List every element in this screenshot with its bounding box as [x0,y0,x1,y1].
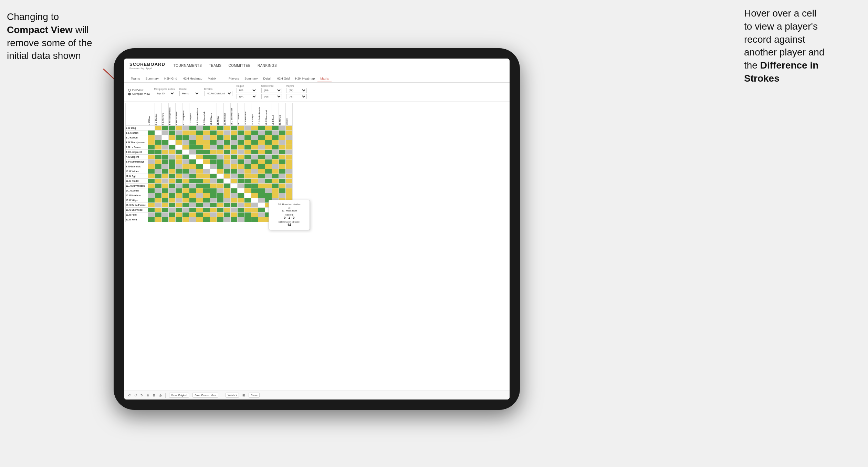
matrix-cell-9-6[interactable] [189,169,196,174]
matrix-cell-16-4[interactable] [176,203,182,208]
matrix-cell-9-9[interactable] [210,169,217,174]
matrix-cell-6-14[interactable] [244,155,251,159]
matrix-cell-10-7[interactable] [196,174,203,179]
matrix-cell-16-8[interactable] [203,203,210,208]
matrix-cell-18-0[interactable] [148,212,155,217]
matrix-cell-10-18[interactable] [272,174,279,179]
matrix-cell-2-1[interactable] [155,135,162,140]
matrix-cell-1-12[interactable] [231,131,238,135]
matrix-cell-3-13[interactable] [238,140,244,145]
matrix-cell-14-19[interactable] [279,193,286,198]
matrix-cell-12-8[interactable] [203,184,210,188]
tab-h2h-heatmap-2[interactable]: H2H Heatmap [292,75,317,82]
matrix-cell-16-15[interactable] [251,203,258,208]
matrix-cell-8-19[interactable] [279,164,286,169]
matrix-cell-10-15[interactable] [251,174,258,179]
matrix-cell-18-8[interactable] [203,212,210,217]
matrix-cell-4-1[interactable] [155,145,162,150]
matrix-cell-18-10[interactable] [217,212,224,217]
matrix-cell-7-14[interactable] [244,159,251,164]
matrix-cell-4-7[interactable] [196,145,203,150]
matrix-cell-5-15[interactable] [251,150,258,155]
matrix-cell-15-4[interactable] [176,198,182,203]
matrix-cell-11-3[interactable] [169,179,176,184]
matrix-cell-6-7[interactable] [196,155,203,159]
matrix-cell-7-2[interactable] [162,159,169,164]
matrix-cell-13-13[interactable] [238,188,244,193]
matrix-cell-14-7[interactable] [196,193,203,198]
matrix-cell-2-7[interactable] [196,135,203,140]
matrix-cell-12-12[interactable] [231,184,238,188]
matrix-cell-0-14[interactable] [244,126,251,131]
matrix-cell-12-17[interactable] [265,184,272,188]
matrix-cell-1-19[interactable] [279,131,286,135]
matrix-cell-1-16[interactable] [258,131,265,135]
matrix-cell-15-14[interactable] [244,198,251,203]
matrix-cell-18-9[interactable] [210,212,217,217]
matrix-cell-0-2[interactable] [162,126,169,131]
matrix-cell-7-13[interactable] [238,159,244,164]
matrix-cell-19-15[interactable] [251,217,258,222]
matrix-cell-2-5[interactable] [182,135,189,140]
matrix-cell-12-11[interactable] [224,184,231,188]
matrix-cell-19-16[interactable] [258,217,265,222]
matrix-cell-9-11[interactable] [224,169,231,174]
matrix-cell-2-10[interactable] [217,135,224,140]
share-icon[interactable]: ⊞ [242,394,245,397]
matrix-cell-16-13[interactable] [238,203,244,208]
matrix-cell-6-3[interactable] [169,155,176,159]
matrix-cell-8-1[interactable] [155,164,162,169]
matrix-cell-13-7[interactable] [196,188,203,193]
tab-matrix-1[interactable]: Matrix [205,75,219,82]
matrix-cell-11-14[interactable] [244,179,251,184]
matrix-cell-2-2[interactable] [162,135,169,140]
full-view-option[interactable]: Full View [128,89,150,92]
matrix-cell-14-11[interactable] [224,193,231,198]
matrix-cell-6-17[interactable] [265,155,272,159]
matrix-cell-15-16[interactable] [258,198,265,203]
matrix-cell-5-0[interactable] [148,150,155,155]
matrix-cell-17-5[interactable] [182,208,189,212]
redo-icon[interactable]: ↻ [140,394,143,397]
matrix-cell-12-19[interactable] [279,184,286,188]
matrix-cell-16-9[interactable] [210,203,217,208]
matrix-cell-3-17[interactable] [265,140,272,145]
matrix-cell-14-4[interactable] [176,193,182,198]
matrix-cell-14-15[interactable] [251,193,258,198]
matrix-cell-2-17[interactable] [265,135,272,140]
matrix-cell-1-15[interactable] [251,131,258,135]
matrix-cell-12-7[interactable] [196,184,203,188]
matrix-cell-4-0[interactable] [148,145,155,150]
matrix-cell-0-4[interactable] [176,126,182,131]
conference-select-2[interactable]: (All) [261,94,282,99]
matrix-cell-2-19[interactable] [279,135,286,140]
matrix-cell-12-15[interactable] [251,184,258,188]
undo-icon[interactable]: ↺ [128,394,131,397]
matrix-cell-7-7[interactable] [196,159,203,164]
matrix-cell-5-8[interactable] [203,150,210,155]
matrix-cell-3-4[interactable] [176,140,182,145]
matrix-cell-2-15[interactable] [251,135,258,140]
matrix-cell-7-1[interactable] [155,159,162,164]
matrix-cell-15-1[interactable] [155,198,162,203]
matrix-cell-2-0[interactable] [148,135,155,140]
matrix-cell-1-13[interactable] [238,131,244,135]
matrix-cell-17-2[interactable] [162,208,169,212]
matrix-cell-5-13[interactable] [238,150,244,155]
matrix-cell-14-8[interactable] [203,193,210,198]
matrix-cell-9-8[interactable] [203,169,210,174]
matrix-cell-8-18[interactable] [272,164,279,169]
matrix-cell-3-16[interactable] [258,140,265,145]
matrix-cell-16-6[interactable] [189,203,196,208]
matrix-cell-4-16[interactable] [258,145,265,150]
matrix-cell-1-11[interactable] [224,131,231,135]
matrix-cell-7-8[interactable] [203,159,210,164]
full-view-radio[interactable] [128,89,131,92]
matrix-cell-4-6[interactable] [189,145,196,150]
matrix-cell-1-18[interactable] [272,131,279,135]
matrix-cell-18-4[interactable] [176,212,182,217]
matrix-cell-4-15[interactable] [251,145,258,150]
players-select[interactable]: (All) [286,88,307,93]
matrix-cell-19-13[interactable] [238,217,244,222]
matrix-cell-4-11[interactable] [224,145,231,150]
